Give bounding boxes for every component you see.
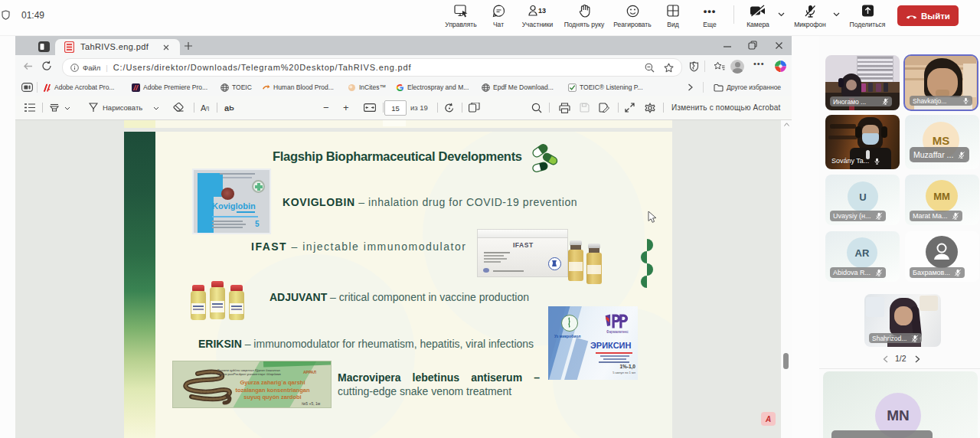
svg-text:13: 13 xyxy=(538,7,546,15)
